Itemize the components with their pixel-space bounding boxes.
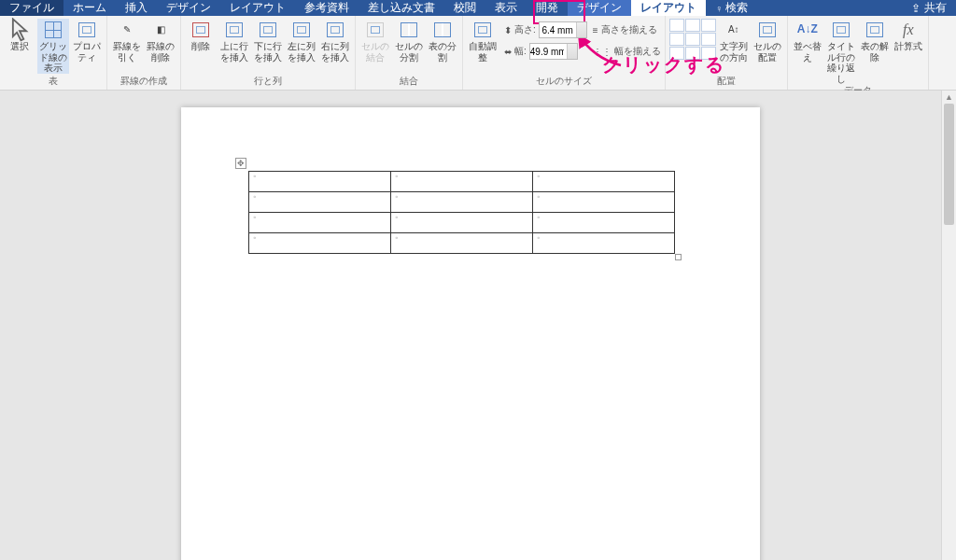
table-row: ⸰⸰⸰ [249,172,675,192]
insert-right-button[interactable]: 右に列を挿入 [319,19,351,63]
tell-me-label: 検索 [725,0,748,16]
tab-view[interactable]: 表示 [485,0,527,16]
width-icon: ⬌ [504,47,512,57]
table-row: ⸰⸰⸰ [249,213,675,233]
insert-above-icon [225,21,244,39]
group-cell-size: 自動調整 ⬍ 高さ: ⬌ 幅: ≡高さを揃える ⋮⋮幅を揃える セルのサイズ [463,16,666,90]
cursor-icon [10,21,29,39]
group-draw-label: 罫線の作成 [120,75,167,88]
tab-review[interactable]: 校閲 [444,0,485,16]
share-icon: ⇪ [911,2,921,15]
page-host[interactable]: ✥ ⸰⸰⸰ ⸰⸰⸰ ⸰⸰⸰ ⸰⸰⸰ [0,91,941,560]
distribute-cols-icon: ⋮⋮ [593,47,612,57]
tab-table-design[interactable]: デザイン [568,0,631,16]
formula-icon: fx [899,21,918,39]
share-label: 共有 [924,0,947,16]
tab-references[interactable]: 参考資料 [295,0,358,16]
text-direction-button[interactable]: A↕文字列の方向 [718,19,750,63]
group-table: 選択 グリッド線の表示 プロパティ 表 [0,16,107,90]
group-table-label: 表 [49,75,58,88]
ribbon-tabs: ファイル ホーム 挿入 デザイン レイアウト 参考資料 差し込み文書 校閲 表示… [0,0,956,16]
group-align-label: 配置 [717,75,736,88]
group-draw: ✎罫線を引く ◧罫線の削除 罫線の作成 [107,16,181,90]
document-table[interactable]: ⸰⸰⸰ ⸰⸰⸰ ⸰⸰⸰ ⸰⸰⸰ [248,171,675,254]
document-page[interactable]: ✥ ⸰⸰⸰ ⸰⸰⸰ ⸰⸰⸰ ⸰⸰⸰ [181,107,760,560]
delete-button[interactable]: 削除 [185,19,217,52]
tab-layout[interactable]: レイアウト [220,0,295,16]
select-button[interactable]: 選択 [4,19,35,52]
lightbulb-icon: ♀ [715,3,723,14]
height-label: 高さ: [514,23,536,36]
tab-mailings[interactable]: 差し込み文書 [358,0,444,16]
split-table-icon [433,21,452,39]
split-cells-button[interactable]: セルの分割 [393,19,425,63]
split-cells-icon [400,21,418,39]
convert-to-text-button[interactable]: 表の解除 [859,19,891,63]
delete-icon [191,21,210,39]
cell-margins-icon [758,21,777,39]
tab-developer[interactable]: 開発 [527,0,568,16]
pencil-icon: ✎ [118,21,136,39]
group-cellsize-label: セルのサイズ [536,75,592,88]
autofit-button[interactable]: 自動調整 [467,19,499,63]
insert-above-button[interactable]: 上に行を挿入 [218,19,250,63]
text-direction-icon: A↕ [724,21,743,39]
insert-below-button[interactable]: 下に行を挿入 [252,19,284,63]
row-height-input[interactable] [539,21,587,38]
vertical-scrollbar[interactable]: ▲ ▼ [941,91,956,560]
table-row: ⸰⸰⸰ [249,192,675,213]
split-table-button[interactable]: 表の分割 [427,19,458,63]
group-rowscols-label: 行と列 [254,75,282,88]
height-icon: ⬍ [504,25,512,35]
eraser-icon: ◧ [151,21,170,39]
group-data: A↓Z並べ替え タイトル行の繰り返し 表の解除 fx計算式 データ [788,16,929,90]
insert-left-icon [292,21,311,39]
table-wrapper: ✥ ⸰⸰⸰ ⸰⸰⸰ ⸰⸰⸰ ⸰⸰⸰ [248,171,675,254]
distribute-cols-button[interactable]: ⋮⋮幅を揃える [593,42,661,61]
tab-file[interactable]: ファイル [0,0,63,16]
eraser-button[interactable]: ◧罫線の削除 [145,19,176,63]
cell-margins-button[interactable]: セルの配置 [752,19,783,63]
formula-button[interactable]: fx計算式 [893,19,924,52]
group-alignment: A↕文字列の方向 セルの配置 配置 [666,16,788,90]
scroll-thumb[interactable] [944,104,954,225]
gridlines-icon [44,21,63,39]
table-move-handle[interactable]: ✥ [235,158,246,169]
properties-icon [77,21,96,39]
tab-table-layout[interactable]: レイアウト [631,0,706,16]
group-merge: セルの結合 セルの分割 表の分割 結合 [356,16,463,90]
scroll-up-icon[interactable]: ▲ [942,91,956,104]
group-rows-cols: 削除 上に行を挿入 下に行を挿入 左に列を挿入 右に列を挿入 行と列 [181,16,356,90]
sort-icon: A↓Z [798,21,817,39]
repeat-header-button[interactable]: タイトル行の繰り返し [825,19,857,84]
draw-table-button[interactable]: ✎罫線を引く [111,19,143,63]
table-row: ⸰⸰⸰ [249,233,675,254]
insert-right-icon [326,21,344,39]
repeat-header-icon [832,21,851,39]
col-width-input[interactable] [529,43,578,60]
properties-button[interactable]: プロパティ [71,19,103,63]
tab-home[interactable]: ホーム [63,0,116,16]
tell-me-search[interactable]: ♀ 検索 [706,0,757,16]
insert-below-icon [259,21,277,39]
group-merge-label: 結合 [400,75,418,88]
merge-cells-button[interactable]: セルの結合 [359,19,391,63]
insert-left-button[interactable]: 左に列を挿入 [286,19,317,63]
share-button[interactable]: ⇪ 共有 [902,0,956,16]
distribute-rows-icon: ≡ [593,25,598,35]
table-resize-handle[interactable] [675,254,682,260]
merge-icon [366,21,385,39]
distribute-rows-button[interactable]: ≡高さを揃える [593,21,661,39]
ribbon: 選択 グリッド線の表示 プロパティ 表 ✎罫線を引く ◧罫線の削除 罫線の作成 … [0,16,956,91]
tab-design[interactable]: デザイン [157,0,220,16]
width-label: 幅: [514,45,527,58]
view-gridlines-button[interactable]: グリッド線の表示 [37,19,69,74]
convert-icon [865,21,884,39]
sort-button[interactable]: A↓Z並べ替え [792,19,823,63]
alignment-grid[interactable] [669,19,716,60]
tab-insert[interactable]: 挿入 [116,0,157,16]
autofit-icon [473,21,492,39]
workspace: ✥ ⸰⸰⸰ ⸰⸰⸰ ⸰⸰⸰ ⸰⸰⸰ ▲ ▼ [0,91,956,560]
